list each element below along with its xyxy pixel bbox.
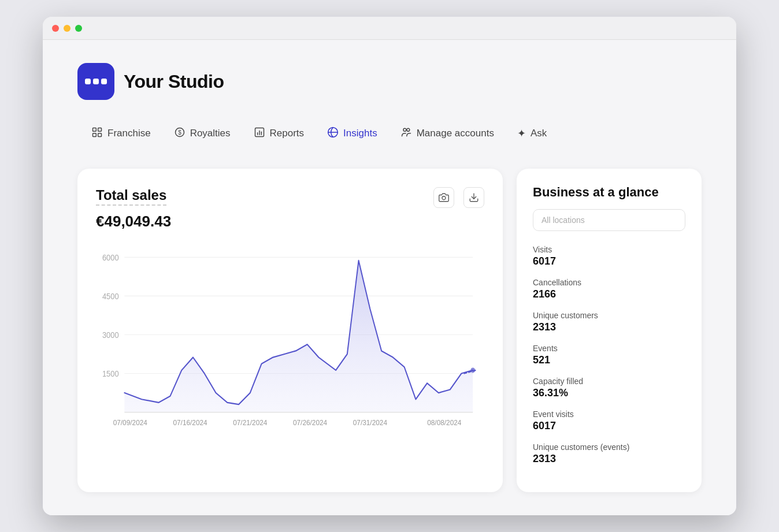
svg-rect-1 — [98, 128, 102, 132]
close-button[interactable] — [52, 25, 59, 32]
logo-dot-1 — [85, 79, 91, 84]
royalties-label: Royalties — [190, 128, 231, 139]
svg-point-12 — [442, 196, 446, 200]
chart-title: Total sales — [96, 187, 166, 206]
stat-value-event-visits: 6017 — [533, 420, 685, 432]
svg-text:07/09/2024: 07/09/2024 — [113, 418, 147, 427]
location-filter[interactable]: All locations — [533, 209, 685, 231]
nav-item-ask[interactable]: ✦ Ask — [506, 122, 558, 145]
stat-value-unique-customers: 2313 — [533, 321, 685, 333]
stat-label-unique-customers: Unique customers — [533, 311, 685, 320]
svg-text:07/31/2024: 07/31/2024 — [353, 418, 387, 427]
maximize-button[interactable] — [75, 25, 82, 32]
svg-text:1500: 1500 — [102, 369, 119, 378]
svg-text:07/16/2024: 07/16/2024 — [173, 418, 207, 427]
logo-dot-2 — [93, 79, 99, 84]
screenshot-button[interactable] — [433, 187, 454, 208]
manage-accounts-icon — [400, 127, 412, 140]
reports-icon — [254, 127, 265, 140]
svg-text:3000: 3000 — [102, 330, 119, 340]
logo — [77, 63, 114, 100]
svg-point-10 — [403, 128, 406, 131]
studio-name: Your Studio — [124, 71, 224, 92]
stat-label-capacity-filled: Capacity filled — [533, 377, 685, 386]
stat-row-unique-customers-events: Unique customers (events) 2313 — [533, 442, 685, 465]
ask-icon: ✦ — [517, 128, 526, 139]
royalties-icon: $ — [174, 127, 186, 140]
stat-value-capacity-filled: 36.31% — [533, 387, 685, 399]
insights-icon — [327, 127, 339, 140]
browser-window: Your Studio Franchise — [43, 17, 736, 515]
stat-label-cancellations: Cancellations — [533, 278, 685, 287]
stat-label-unique-customers-events: Unique customers (events) — [533, 442, 685, 452]
stat-value-unique-customers-events: 2313 — [533, 453, 685, 465]
minimize-button[interactable] — [64, 25, 71, 32]
chart-actions — [433, 187, 484, 208]
svg-text:6000: 6000 — [102, 253, 119, 262]
side-panel: Business at a glance All locations Visit… — [517, 169, 702, 492]
chart-total: €49,049.43 — [96, 213, 484, 230]
nav-item-reports[interactable]: Reports — [242, 121, 316, 146]
main-nav: Franchise $ Royalties — [77, 121, 702, 146]
nav-item-insights[interactable]: Insights — [316, 121, 389, 146]
stat-row-event-visits: Event visits 6017 — [533, 410, 685, 432]
page-content: Your Studio Franchise — [43, 40, 736, 515]
svg-text:$: $ — [178, 129, 181, 136]
svg-text:07/21/2024: 07/21/2024 — [233, 418, 267, 427]
stat-label-event-visits: Event visits — [533, 410, 685, 419]
chart-card: Total sales — [77, 169, 503, 492]
svg-point-11 — [407, 128, 410, 131]
insights-label: Insights — [343, 128, 377, 139]
logo-dot-3 — [101, 79, 107, 84]
svg-rect-2 — [93, 133, 97, 137]
reports-label: Reports — [270, 128, 305, 139]
stat-value-visits: 6017 — [533, 255, 685, 267]
ask-label: Ask — [531, 128, 547, 139]
browser-chrome — [43, 17, 736, 40]
chart-area: 6000 4500 3000 1500 — [96, 244, 484, 464]
nav-item-manage-accounts[interactable]: Manage accounts — [389, 121, 506, 146]
manage-accounts-label: Manage accounts — [417, 128, 494, 139]
header: Your Studio — [77, 63, 702, 100]
stat-label-events: Events — [533, 344, 685, 353]
nav-item-franchise[interactable]: Franchise — [80, 121, 162, 146]
nav-item-royalties[interactable]: $ Royalties — [162, 121, 242, 146]
main-layout: Total sales — [77, 169, 702, 492]
svg-text:4500: 4500 — [102, 292, 119, 301]
stat-value-cancellations: 2166 — [533, 288, 685, 300]
download-button[interactable] — [463, 187, 484, 208]
stat-row-unique-customers: Unique customers 2313 — [533, 311, 685, 333]
stats-list: Visits 6017 Cancellations 2166 Unique cu… — [533, 245, 685, 465]
stat-row-cancellations: Cancellations 2166 — [533, 278, 685, 300]
chart-header: Total sales — [96, 187, 484, 208]
svg-rect-3 — [98, 133, 102, 137]
stat-row-capacity-filled: Capacity filled 36.31% — [533, 377, 685, 399]
stat-label-visits: Visits — [533, 245, 685, 254]
side-panel-title: Business at a glance — [533, 185, 685, 200]
franchise-icon — [91, 127, 103, 140]
franchise-label: Franchise — [107, 128, 151, 139]
svg-point-23 — [470, 367, 475, 373]
location-placeholder: All locations — [541, 215, 585, 225]
svg-rect-0 — [93, 128, 97, 132]
chart-svg: 6000 4500 3000 1500 — [96, 244, 484, 464]
stat-row-events: Events 521 — [533, 344, 685, 366]
stat-value-events: 521 — [533, 354, 685, 366]
stat-row-visits: Visits 6017 — [533, 245, 685, 267]
svg-text:07/26/2024: 07/26/2024 — [293, 418, 327, 427]
svg-text:08/08/2024: 08/08/2024 — [427, 418, 461, 427]
